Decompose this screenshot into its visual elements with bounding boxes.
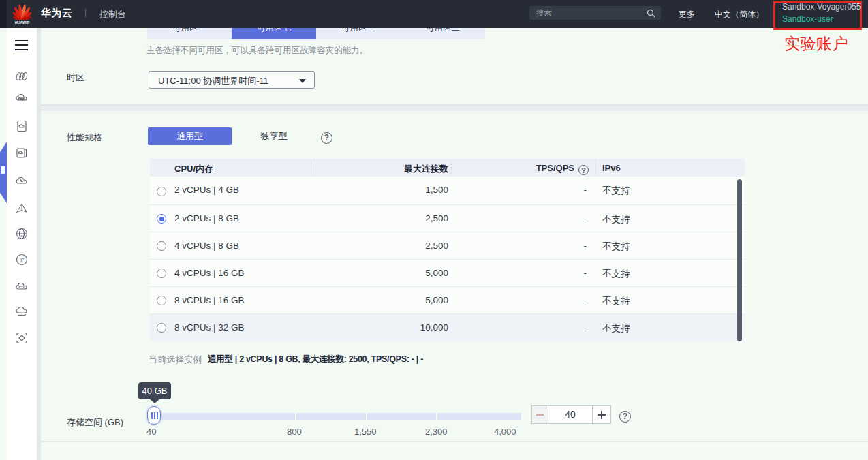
svg-text:HUAWEI: HUAWEI [15, 20, 30, 25]
svg-text:IP: IP [20, 258, 25, 262]
